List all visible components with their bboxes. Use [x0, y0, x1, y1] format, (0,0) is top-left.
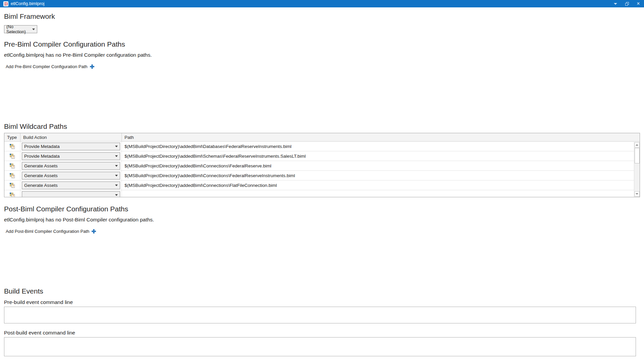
scrollbar-down-button[interactable] [635, 191, 640, 197]
biml-file-icon: ? [9, 144, 15, 149]
column-header-build-action[interactable]: Build Action [20, 133, 122, 141]
add-post-biml-path-label: Add Post-Biml Compiler Configuration Pat… [6, 229, 89, 234]
chevron-down-icon [115, 194, 118, 196]
pre-build-event-label: Pre-build event command line [4, 299, 640, 305]
build-action-dropdown[interactable] [22, 191, 120, 198]
build-action-value: Generate Assets [24, 163, 58, 168]
table-vertical-scrollbar[interactable] [634, 142, 640, 197]
svg-text:?: ? [12, 174, 14, 178]
post-build-event-label: Post-build event command line [4, 329, 640, 336]
build-action-dropdown[interactable]: Provide Metadata [22, 152, 120, 160]
type-cell: ? [4, 161, 20, 170]
plus-icon [92, 229, 96, 234]
plus-icon [90, 64, 94, 69]
table-row: ? Generate Assets $(MSBuildProjectDirect… [4, 161, 634, 171]
bimlproj-app-icon [3, 1, 8, 6]
close-window-button[interactable]: × [633, 0, 644, 7]
pre-biml-paths-heading: Pre-Biml Compiler Configuration Paths [4, 40, 640, 49]
build-action-value: Provide Metadata [24, 154, 60, 159]
table-row: ? Provide Metadata $(MSBuildProjectDirec… [4, 151, 634, 161]
build-action-cell: Generate Assets [20, 171, 122, 180]
chevron-down-icon [115, 175, 118, 176]
chevron-down-icon [115, 185, 118, 186]
type-cell: ? [4, 142, 20, 151]
biml-file-icon: ? [9, 163, 15, 169]
chevron-down-icon [32, 29, 35, 30]
pre-biml-empty-message: etlConfig.bimlproj has no Pre-Biml Compi… [4, 52, 640, 58]
build-action-dropdown[interactable]: Generate Assets [22, 172, 120, 179]
column-header-path[interactable]: Path [122, 133, 640, 141]
window-title-bar: etlConfig.bimlproj × [0, 0, 644, 7]
build-action-dropdown[interactable]: Generate Assets [22, 162, 120, 170]
svg-text:?: ? [12, 194, 14, 197]
build-action-cell: Provide Metadata [20, 142, 122, 151]
build-action-cell: Generate Assets [20, 161, 122, 170]
build-action-value: Generate Assets [24, 173, 58, 178]
build-action-dropdown[interactable]: Provide Metadata [22, 143, 120, 150]
post-biml-empty-message: etlConfig.bimlproj has no Post-Biml Comp… [4, 216, 640, 223]
window-controls: × [610, 0, 644, 7]
biml-framework-heading: Biml Framework [4, 12, 640, 21]
window-title: etlConfig.bimlproj [11, 0, 44, 7]
window-position-menu-button[interactable] [610, 0, 621, 7]
triangle-down-icon [636, 193, 638, 195]
build-action-value: Generate Assets [24, 183, 58, 188]
triangle-up-icon [636, 144, 638, 146]
build-action-dropdown[interactable]: Generate Assets [22, 182, 120, 189]
biml-file-icon: ? [9, 192, 15, 198]
build-events-heading: Build Events [4, 287, 640, 296]
bimlproj-editor-page: Biml Framework (No Selection) Pre-Biml C… [0, 12, 644, 356]
path-cell[interactable]: $(MSBuildProjectDirectory)\addedBiml\Con… [122, 173, 634, 178]
table-row-partial: ? [4, 190, 634, 197]
svg-text:?: ? [12, 145, 14, 149]
chevron-down-icon [614, 3, 617, 5]
pre-build-event-input[interactable] [4, 307, 636, 323]
build-action-value: Provide Metadata [24, 144, 60, 149]
type-cell: ? [4, 151, 20, 161]
biml-file-icon: ? [9, 173, 15, 178]
table-row: ? Provide Metadata $(MSBuildProjectDirec… [4, 142, 634, 151]
add-pre-biml-path-label: Add Pre-Biml Compiler Configuration Path [6, 64, 88, 69]
table-header-row: Type Build Action Path [4, 133, 640, 142]
svg-text:?: ? [12, 184, 14, 188]
table-body: ? Provide Metadata $(MSBuildProjectDirec… [4, 142, 634, 197]
build-action-cell: Provide Metadata [20, 151, 122, 161]
table-row: ? Generate Assets $(MSBuildProjectDirect… [4, 171, 634, 180]
path-cell[interactable]: $(MSBuildProjectDirectory)\addedBiml\Con… [122, 163, 634, 168]
biml-framework-dropdown[interactable]: (No Selection) [4, 25, 37, 33]
table-row: ? Generate Assets $(MSBuildProjectDirect… [4, 180, 634, 190]
type-cell: ? [4, 180, 20, 190]
path-cell[interactable]: $(MSBuildProjectDirectory)\addedBiml\Sch… [122, 154, 634, 159]
svg-text:?: ? [12, 165, 14, 168]
build-action-cell [20, 190, 122, 197]
biml-framework-dropdown-value: (No Selection) [6, 24, 30, 34]
biml-file-icon: ? [9, 153, 15, 159]
post-build-event-input[interactable] [4, 337, 636, 356]
path-cell[interactable]: $(MSBuildProjectDirectory)\addedBiml\Dat… [122, 144, 634, 149]
chevron-down-icon [115, 146, 118, 147]
add-post-biml-path-link[interactable]: Add Post-Biml Compiler Configuration Pat… [4, 229, 96, 234]
type-cell: ? [4, 171, 20, 180]
column-header-type[interactable]: Type [4, 133, 20, 141]
scrollbar-up-button[interactable] [635, 142, 640, 148]
build-action-cell: Generate Assets [20, 180, 122, 190]
path-cell[interactable]: $(MSBuildProjectDirectory)\addedBiml\Con… [122, 183, 634, 188]
biml-wildcard-paths-heading: Biml Wildcard Paths [4, 122, 640, 131]
chevron-down-icon [115, 155, 118, 157]
restore-window-button[interactable] [621, 0, 633, 7]
restore-window-icon [625, 2, 629, 6]
chevron-down-icon [115, 165, 118, 167]
scrollbar-thumb[interactable] [635, 148, 640, 163]
wildcard-paths-table: Type Build Action Path ? Provide Metadat… [4, 133, 640, 197]
biml-file-icon: ? [9, 183, 15, 188]
post-biml-paths-heading: Post-Biml Compiler Configuration Paths [4, 205, 640, 213]
close-icon: × [637, 1, 640, 6]
type-cell: ? [4, 190, 20, 197]
svg-text:?: ? [12, 155, 14, 159]
add-pre-biml-path-link[interactable]: Add Pre-Biml Compiler Configuration Path [4, 64, 94, 69]
